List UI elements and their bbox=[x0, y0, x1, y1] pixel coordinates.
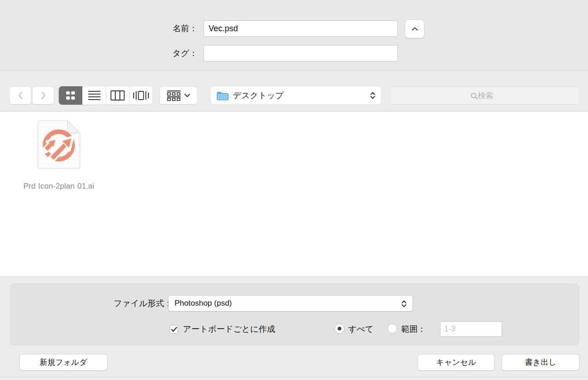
radio-selected-dot bbox=[338, 327, 341, 330]
icon-view-icon bbox=[66, 91, 75, 100]
list-view-icon bbox=[88, 91, 101, 101]
cover-flow-view-icon bbox=[132, 90, 150, 101]
cancel-button[interactable]: キャンセル bbox=[418, 354, 495, 371]
group-by-button[interactable] bbox=[159, 86, 198, 105]
finder-toolbar: デスクトップ bbox=[0, 71, 588, 112]
range-all-label[interactable]: すべて bbox=[348, 324, 373, 335]
name-label: 名前： bbox=[115, 20, 198, 37]
ai-document-icon bbox=[34, 119, 83, 170]
filename-input[interactable] bbox=[204, 20, 398, 37]
column-view-icon bbox=[110, 90, 125, 101]
file-name-label: Prd Icon-2plan 01.ai bbox=[22, 179, 96, 193]
back-button[interactable] bbox=[9, 86, 31, 105]
column-view-segment[interactable] bbox=[106, 86, 129, 105]
range-custom-radio[interactable] bbox=[387, 324, 397, 334]
collapse-dialog-button[interactable] bbox=[405, 19, 424, 39]
popup-chevrons-icon bbox=[401, 300, 407, 308]
tags-label: タグ： bbox=[115, 45, 198, 61]
forward-button[interactable] bbox=[32, 86, 54, 105]
tags-input[interactable] bbox=[204, 45, 398, 61]
file-format-value: Photoshop (psd) bbox=[175, 299, 232, 308]
export-button[interactable]: 書き出し bbox=[502, 354, 580, 371]
list-view-segment[interactable] bbox=[82, 86, 106, 105]
location-dropdown[interactable]: デスクトップ bbox=[210, 86, 381, 105]
cover-flow-view-segment[interactable] bbox=[129, 86, 153, 105]
file-format-label: ファイル形式： bbox=[70, 295, 172, 312]
folder-icon bbox=[216, 91, 229, 101]
search-field[interactable] bbox=[390, 86, 580, 105]
icon-view-segment[interactable] bbox=[59, 86, 82, 105]
view-mode-segmented-control bbox=[59, 86, 153, 105]
chevron-left-icon bbox=[18, 91, 23, 100]
export-options-panel: ファイル形式： Photoshop (psd) アートボードごとに作成 すべて … bbox=[10, 284, 579, 345]
search-input[interactable] bbox=[390, 87, 581, 105]
export-save-dialog: 名前： タグ： bbox=[0, 0, 588, 380]
checkmark-icon bbox=[171, 327, 177, 332]
artboard-checkbox-label[interactable]: アートボードごとに作成 bbox=[183, 324, 275, 335]
location-label: デスクトップ bbox=[233, 90, 284, 101]
range-custom-label[interactable]: 範囲： bbox=[401, 324, 426, 335]
group-by-icon bbox=[167, 90, 181, 101]
file-item[interactable]: Prd Icon-2plan 01.ai bbox=[22, 119, 96, 193]
file-format-dropdown[interactable]: Photoshop (psd) bbox=[168, 295, 413, 312]
chevron-right-icon bbox=[41, 91, 46, 100]
new-folder-button[interactable]: 新規フォルダ bbox=[19, 354, 107, 371]
chevron-down-icon bbox=[184, 94, 190, 97]
range-all-radio[interactable] bbox=[334, 324, 345, 334]
artboard-checkbox[interactable] bbox=[170, 325, 178, 334]
window-bottom-edge bbox=[0, 377, 588, 380]
popup-chevrons-icon bbox=[370, 91, 376, 100]
save-header-section: 名前： タグ： bbox=[0, 0, 588, 71]
file-browser-area[interactable]: Prd Icon-2plan 01.ai bbox=[0, 112, 588, 277]
chevron-up-icon bbox=[412, 27, 418, 31]
range-input[interactable] bbox=[440, 321, 502, 337]
